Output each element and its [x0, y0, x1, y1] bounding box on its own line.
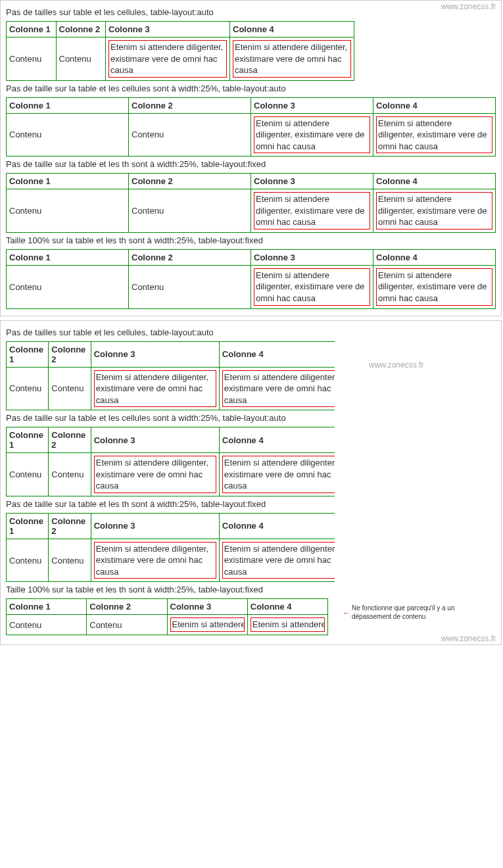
col-header: Colonne 4 [247, 599, 327, 615]
cell: Etenim si attendere diligenter, existima… [91, 453, 219, 496]
long-content: Etenim si attendere diligenter, existima… [94, 456, 216, 493]
cell: Etenim si attendere diligenter, existima… [373, 113, 496, 157]
table-row: Colonne 1 Colonne 2 Colonne 3 Colonne 4 [7, 513, 335, 539]
table-top-4: Colonne 1 Colonne 2 Colonne 3 Colonne 4 … [6, 249, 496, 309]
col-header: Colonne 2 [49, 341, 91, 367]
cell: Contenu [129, 265, 251, 308]
col-header: Colonne 2 [129, 174, 251, 189]
watermark-bottom: www.zonecss.fr [441, 634, 496, 643]
col-header: Colonne 4 [373, 97, 496, 113]
long-content: Etenim si attendere diligenter, existima… [254, 116, 370, 154]
scroll-container[interactable]: Colonne 1 Colonne 2 Colonne 3 Colonne 4 … [6, 513, 335, 583]
col-header: Colonne 2 [129, 97, 251, 113]
long-content: Etenim si attendere diligenter, existima… [233, 40, 351, 78]
cell: Contenu [129, 113, 251, 157]
table-row: Colonne 1 Colonne 2 Colonne 3 Colonne 4 [7, 97, 496, 113]
table-top-2: Colonne 1 Colonne 2 Colonne 3 Colonne 4 … [6, 97, 496, 157]
cell: Contenu [49, 453, 91, 496]
table-top-3: Colonne 1 Colonne 2 Colonne 3 Colonne 4 … [6, 173, 496, 233]
cell: Contenu [49, 367, 91, 410]
table-bottom-4: Colonne 1 Colonne 2 Colonne 3 Colonne 4 … [6, 598, 328, 635]
cell: Contenu [7, 37, 57, 81]
long-content: Etenim si attendere diligenter, existima… [222, 542, 335, 579]
table-row: Colonne 1 Colonne 2 Colonne 3 Colonne 4 [7, 599, 328, 615]
long-content: Etenim si attendere diligenter, existima… [376, 116, 492, 154]
scroll-container[interactable]: Colonne 1 Colonne 2 Colonne 3 Colonne 4 … [6, 427, 335, 496]
col-header: Colonne 3 [91, 427, 219, 453]
cell: Etenim si attendere diligenter, existima… [219, 539, 335, 582]
table-row: Contenu Contenu Etenim si attendere dili… [7, 189, 496, 233]
cell: Etenim si attendere diligenter, existima… [251, 189, 373, 233]
table-row: Contenu Contenu Etenim si attendere dili… [7, 367, 335, 410]
long-content: Etenim si attendere diligenter, existima… [254, 192, 370, 229]
table-bottom-1: Colonne 1 Colonne 2 Colonne 3 Colonne 4 … [6, 341, 335, 411]
col-header: Colonne 4 [219, 341, 335, 367]
col-header: Colonne 1 [7, 599, 87, 615]
caption-b2: Pas de taille sur la table et les cellul… [6, 413, 496, 423]
long-content: Etenim si attendere diligenter, existima… [94, 542, 216, 579]
table-row: Contenu Contenu Etenim si attendere dili… [7, 113, 496, 157]
col-header: Colonne 4 [373, 174, 496, 189]
scroll-container[interactable]: Colonne 1 Colonne 2 Colonne 3 Colonne 4 … [6, 598, 335, 635]
scroll-container[interactable]: Colonne 1 Colonne 2 Colonne 3 Colonne 4 … [6, 341, 335, 411]
table-row: Contenu Contenu Etenim si attendere dili… [7, 37, 354, 81]
col-header: Colonne 1 [7, 22, 57, 37]
top-panel: www.zonecss.fr Pas de tailles sur table … [0, 0, 502, 316]
long-content: Etenim si attendere diligenter, existima… [222, 370, 335, 408]
caption-1: Pas de tailles sur table et les cellules… [6, 7, 496, 17]
col-header: Colonne 3 [251, 97, 373, 113]
col-header: Colonne 3 [167, 599, 247, 615]
cell: Contenu [7, 539, 49, 582]
col-header: Colonne 3 [251, 174, 373, 189]
cell: Etenim si attendere diligenter, existima… [167, 615, 247, 635]
table-row: Colonne 1 Colonne 2 Colonne 3 Colonne 4 [7, 22, 354, 37]
col-header: Colonne 3 [106, 22, 230, 37]
cell: Etenim si attendere diligenter, existima… [219, 453, 335, 496]
col-header: Colonne 2 [49, 513, 91, 539]
caption-b4: Taille 100% sur la table et les th sont … [6, 585, 496, 594]
cell: Etenim si attendere diligenter, existima… [91, 539, 219, 582]
arrow-left-icon: ← [343, 609, 350, 617]
table-row: Contenu Contenu Etenim si attendere dili… [7, 615, 328, 635]
cell: Etenim si attendere diligenter, existima… [230, 37, 354, 81]
cell: Etenim si attendere diligenter, existima… [251, 113, 373, 157]
cell: Contenu [7, 453, 49, 496]
table-row: Colonne 1 Colonne 2 Colonne 3 Colonne 4 [7, 341, 335, 367]
col-header: Colonne 1 [7, 249, 129, 265]
col-header: Colonne 1 [7, 427, 49, 453]
col-header: Colonne 2 [87, 599, 167, 615]
col-header: Colonne 4 [373, 249, 496, 265]
cell: Contenu [7, 615, 87, 635]
col-header: Colonne 4 [219, 513, 335, 539]
col-header: Colonne 3 [251, 249, 373, 265]
watermark-top: www.zonecss.fr [441, 2, 496, 11]
watermark-mid: www.zonecss.fr [369, 360, 423, 370]
long-content: Etenim si attendere diligenter, existima… [251, 617, 325, 632]
table-row: Contenu Contenu Etenim si attendere dili… [7, 453, 335, 496]
long-content: Etenim si attendere diligenter, existima… [222, 456, 335, 493]
annotation-text: Ne fonctionne que parcequ'il y a un dépa… [352, 604, 487, 621]
table-row: Colonne 1 Colonne 2 Colonne 3 Colonne 4 [7, 174, 496, 189]
table-bottom-3: Colonne 1 Colonne 2 Colonne 3 Colonne 4 … [6, 513, 335, 583]
col-header: Colonne 2 [49, 427, 91, 453]
cell: Contenu [49, 539, 91, 582]
cell: Etenim si attendere diligenter, existima… [219, 367, 335, 410]
cell: Contenu [7, 113, 129, 157]
cell: Etenim si attendere diligenter, existima… [251, 265, 373, 308]
long-content: Etenim si attendere diligenter, existima… [108, 40, 227, 78]
col-header: Colonne 4 [230, 22, 354, 37]
table-row: Colonne 1 Colonne 2 Colonne 3 Colonne 4 [7, 427, 335, 453]
table-top-1: Colonne 1 Colonne 2 Colonne 3 Colonne 4 … [6, 21, 354, 81]
cell: Etenim si attendere diligenter, existima… [106, 37, 230, 81]
long-content: Etenim si attendere diligenter, existima… [94, 370, 216, 408]
col-header: Colonne 1 [7, 341, 49, 367]
cell: Contenu [129, 189, 251, 233]
cell: Contenu [87, 615, 167, 635]
cell: Etenim si attendere diligenter, existima… [373, 189, 496, 233]
col-header: Colonne 1 [7, 97, 129, 113]
col-header: Colonne 2 [129, 249, 251, 265]
table-row: Colonne 1 Colonne 2 Colonne 3 Colonne 4 [7, 249, 496, 265]
table-row: Contenu Contenu Etenim si attendere dili… [7, 265, 496, 308]
bottom-panel: www.zonecss.fr www.zonecss.fr Pas de tai… [0, 320, 502, 645]
long-content: Etenim si attendere diligenter, existima… [170, 617, 245, 632]
